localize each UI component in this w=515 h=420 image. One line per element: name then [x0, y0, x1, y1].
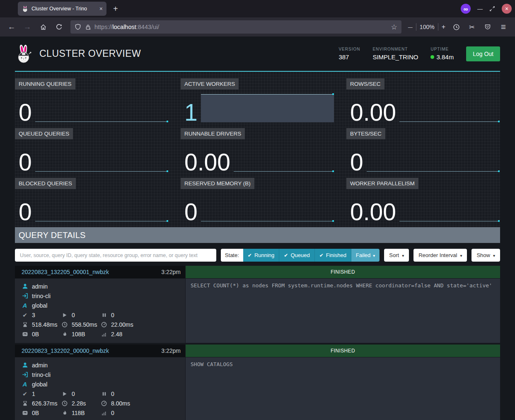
trino-cluster-overview-page: CLUSTER OVERVIEW VERSION 387 ENVIRONMENT… [0, 36, 515, 420]
query-filter-toolbar: State: ✔ Running ✔ Queued ✔ Finished Fai… [15, 249, 500, 262]
url-text[interactable]: https://localhost:8443/ui/ [94, 24, 391, 30]
resource-group-icon: A [22, 302, 28, 309]
sign-in-icon [22, 293, 28, 299]
stat-label: ACTIVE WORKERS [181, 78, 239, 90]
check-icon: ✔ [319, 252, 324, 258]
cpu-time-icon [101, 401, 107, 406]
queued-time-icon [22, 401, 28, 406]
query-stats-panel: admin trino-cli A global ✔ 1 [15, 357, 185, 420]
window-minimize-button[interactable]: — [477, 6, 483, 12]
environment-value: SIMPLE_TRINO [372, 53, 418, 61]
back-button[interactable]: ← [5, 20, 18, 34]
new-tab-button[interactable]: + [113, 4, 118, 14]
cumulative-memory-icon [101, 331, 107, 337]
logout-button[interactable]: Log Out [466, 46, 500, 61]
bookmark-star-icon[interactable]: ☆ [391, 23, 397, 32]
peak-memory: 118B [72, 410, 85, 416]
stat-value: 0.00 [181, 151, 230, 173]
zoom-in-button[interactable]: + [442, 23, 445, 31]
elapsed-time-icon [61, 401, 68, 406]
queued-splits-icon [101, 391, 107, 396]
filter-finished-button[interactable]: ✔ Finished [314, 249, 351, 262]
divider [438, 23, 438, 31]
query-id-bar: 20220823_132205_00001_nwbzk 3:22pm [15, 266, 185, 278]
stat-card-queued-queries: QUEUED QUERIES 0 [15, 128, 169, 173]
query-details-header: QUERY DETAILS [15, 227, 500, 243]
query-id-link[interactable]: 20220823_132202_00000_nwbzk [22, 347, 109, 354]
pocket-button[interactable] [481, 20, 494, 34]
query-source: trino-cli [32, 371, 51, 378]
elapsed-time-icon [61, 322, 68, 328]
filter-failed-dropdown[interactable]: Failed ▾ [351, 249, 380, 262]
completed-splits: 3 [32, 312, 35, 318]
sort-dropdown[interactable]: Sort ▾ [384, 249, 409, 262]
current-memory-icon [22, 410, 28, 416]
reorder-interval-dropdown[interactable]: Reorder Interval ▾ [413, 249, 467, 262]
sparkline-chart [367, 128, 500, 173]
menu-button[interactable]: ≡ [497, 20, 510, 34]
tab-close-icon[interactable]: × [99, 5, 103, 12]
query-id-link[interactable]: 20220823_132205_00001_nwbzk [22, 269, 109, 275]
connection-lock-icon[interactable] [85, 24, 91, 30]
cumulative-memory-icon [101, 410, 107, 415]
query-source: trino-cli [32, 293, 51, 299]
uptime-label: UPTIME [430, 47, 454, 51]
screenshot-button[interactable]: ✂ [465, 20, 479, 34]
window-close-button[interactable]: × [502, 4, 512, 14]
history-button[interactable] [450, 20, 463, 34]
filter-running-button[interactable]: ✔ Running [243, 249, 279, 262]
completed-splits-icon: ✔ [22, 312, 28, 318]
sign-in-icon [22, 371, 28, 378]
filter-queued-button[interactable]: ✔ Queued [279, 249, 314, 262]
trino-logo [15, 44, 33, 64]
query-time: 3:22pm [161, 269, 181, 275]
stat-card-running-queries: RUNNING QUERIES 0 [15, 78, 169, 123]
stat-value: 0 [15, 102, 32, 123]
cpu-time: 22.00ms [111, 321, 133, 328]
user-icon [22, 362, 28, 368]
environment-label: ENVIRONMENT [372, 47, 418, 51]
peak-memory-icon [61, 331, 68, 337]
completed-splits: 1 [32, 391, 35, 397]
tracking-shield-icon[interactable] [75, 24, 81, 30]
cluster-stats-region: RUNNING QUERIES 0 ACTIVE WORKERS 1 ROWS/… [15, 72, 500, 227]
state-filter-label: State: [221, 249, 243, 262]
queued-splits: 0 [111, 312, 114, 318]
stat-value: 0.00 [346, 102, 396, 123]
zoom-level[interactable]: 100% [420, 24, 435, 30]
reload-button[interactable] [52, 20, 65, 34]
stat-value: 1 [181, 102, 198, 123]
stat-label: RUNNING QUERIES [15, 78, 75, 90]
stat-label: RESERVED MEMORY (B) [181, 178, 254, 189]
query-sql-preview[interactable]: SHOW CATALOGS [186, 357, 500, 420]
stat-value: 0 [346, 151, 363, 173]
forward-button: → [21, 20, 34, 34]
window-restore-button[interactable] [489, 6, 495, 12]
check-icon: ✔ [284, 252, 288, 258]
query-search-input[interactable] [15, 249, 216, 262]
chevron-down-icon: ▾ [402, 253, 404, 258]
stat-label: BYTES/SEC [346, 128, 385, 139]
cumulative-memory: 2.48 [111, 331, 122, 337]
stat-value: 0 [15, 201, 32, 223]
sparkline-chart [399, 78, 500, 123]
peak-memory-icon [61, 410, 68, 416]
stat-value: 0 [15, 151, 32, 173]
trino-favicon-icon [22, 6, 28, 12]
stat-card-active-workers: ACTIVE WORKERS 1 [181, 78, 334, 123]
stat-value: 0.00 [346, 201, 396, 223]
resource-group-icon: A [22, 381, 28, 388]
query-resource-group: global [32, 302, 47, 309]
page-title: CLUSTER OVERVIEW [39, 48, 141, 59]
current-memory: 0B [32, 331, 39, 337]
environment-meta: ENVIRONMENT SIMPLE_TRINO [372, 47, 418, 61]
home-button[interactable] [36, 20, 50, 34]
zoom-out-button[interactable]: — [408, 24, 413, 29]
browser-tab[interactable]: Cluster Overview - Trino × [18, 2, 106, 16]
query-user: admin [32, 362, 48, 369]
chevron-down-icon: ▾ [373, 253, 375, 258]
url-bar[interactable]: https://localhost:8443/ui/ ☆ [70, 20, 401, 34]
show-dropdown[interactable]: Show ▾ [471, 249, 500, 262]
query-sql-preview[interactable]: SELECT COUNT(*) as nodes FROM system.run… [186, 279, 500, 343]
version-value: 387 [338, 53, 360, 61]
